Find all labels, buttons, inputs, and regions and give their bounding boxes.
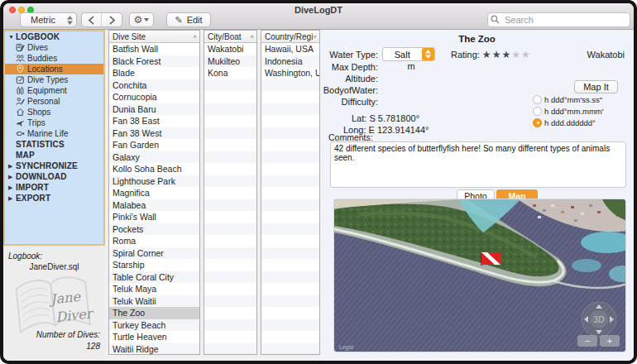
table-row[interactable]: Pockets	[109, 223, 199, 236]
comments-field[interactable]: 42 different species of butterflyfish he…	[330, 141, 626, 188]
table-row[interactable]: Mukilteo	[204, 55, 256, 68]
table-row-empty[interactable]	[261, 151, 319, 164]
radio-icon[interactable]	[533, 95, 542, 104]
edit-button[interactable]: ✎ Edit	[166, 12, 211, 27]
table-row[interactable]: Starship	[109, 259, 199, 271]
search-input[interactable]	[487, 12, 630, 27]
map-it-button[interactable]: Map It	[574, 80, 618, 93]
table-row-empty[interactable]	[261, 307, 319, 319]
table-row[interactable]: Fan Garden	[109, 139, 199, 151]
action-menu-button[interactable]: ⚙	[129, 12, 154, 27]
sidebar-item-download[interactable]: ▶DOWNLOAD	[5, 171, 103, 182]
sidebar-item-statistics[interactable]: STATISTICS	[5, 139, 103, 150]
rating-stars[interactable]: ★★★★★	[482, 49, 531, 60]
table-row-empty[interactable]	[204, 319, 256, 332]
table-row-empty[interactable]	[261, 175, 319, 188]
coord-format-radio-0[interactable]: h ddd°mm'ss.ss"	[533, 93, 604, 105]
table-row[interactable]: Turkey Beach	[109, 319, 199, 332]
sidebar-item-synchronize[interactable]: ▶SYNCHRONIZE	[5, 160, 103, 171]
table-row[interactable]: Black Forest	[109, 55, 199, 68]
star-icon[interactable]: ★	[482, 49, 492, 60]
table-row[interactable]: Kona	[204, 67, 256, 79]
table-row[interactable]: Spiral Corner	[109, 247, 199, 260]
table-row[interactable]: Malabea	[109, 199, 199, 212]
table-row-empty[interactable]	[204, 151, 256, 164]
sidebar-item-personal[interactable]: Personal	[5, 96, 103, 107]
table-row[interactable]: Turtle Heaven	[109, 331, 199, 343]
radio-icon[interactable]	[533, 107, 542, 116]
table-row-empty[interactable]	[204, 103, 256, 116]
table-row-empty[interactable]	[261, 115, 319, 127]
sidebar-item-locations[interactable]: Locations	[5, 64, 103, 74]
disclosure-triangle-icon[interactable]: ▶	[8, 174, 16, 180]
table-row-empty[interactable]	[261, 79, 319, 92]
sidebar-item-export[interactable]: ▶EXPORT	[5, 193, 103, 204]
star-icon[interactable]: ★	[492, 49, 502, 60]
coord-format-radio-1[interactable]: h ddd°mm.mmm'	[533, 105, 604, 117]
table-row[interactable]: Kollo Soha Beach	[109, 163, 199, 175]
table-row-empty[interactable]	[261, 319, 319, 332]
map-legal-link[interactable]: Legal	[339, 344, 354, 351]
table-row[interactable]: Galaxy	[109, 151, 199, 164]
table-row-empty[interactable]	[261, 343, 319, 356]
table-row-empty[interactable]	[204, 343, 256, 356]
sidebar-item-import[interactable]: ▶IMPORT	[5, 182, 103, 193]
table-row-empty[interactable]	[204, 259, 256, 271]
table-row[interactable]: Conchita	[109, 79, 199, 92]
table-row[interactable]: The Zoo	[109, 307, 199, 319]
table-row-empty[interactable]	[204, 139, 256, 151]
table-row-empty[interactable]	[204, 91, 256, 103]
table-row-empty[interactable]	[204, 271, 256, 284]
table-row[interactable]: Fan 38 East	[109, 115, 199, 127]
table-row[interactable]: Table Coral City	[109, 271, 199, 284]
sidebar-item-equipment[interactable]: Equipment	[5, 85, 103, 96]
sidebar-item-trips[interactable]: Trips	[5, 117, 103, 128]
table-row[interactable]: Dunia Baru	[109, 103, 199, 116]
table-row[interactable]: Teluk Waitii	[109, 295, 199, 308]
table-row[interactable]: Magnifica	[109, 187, 199, 199]
table-row[interactable]: Waitii Ridge	[109, 343, 199, 356]
table-row-empty[interactable]	[261, 283, 319, 295]
sidebar-item-logbook[interactable]: ▼LOGBOOK	[5, 31, 103, 42]
table-row-empty[interactable]	[261, 103, 319, 116]
table-row-empty[interactable]	[261, 187, 319, 199]
table-row-empty[interactable]	[261, 91, 319, 103]
table-row-empty[interactable]	[261, 271, 319, 284]
star-icon[interactable]: ★	[521, 49, 531, 60]
column-header-dive-site[interactable]: Dive Site˄	[109, 31, 199, 43]
table-row[interactable]: Fan 38 West	[109, 127, 199, 140]
star-icon[interactable]: ★	[511, 49, 521, 60]
table-row-empty[interactable]	[261, 127, 319, 140]
table-row-empty[interactable]	[261, 199, 319, 212]
table-row-empty[interactable]	[204, 115, 256, 127]
table-row-empty[interactable]	[204, 223, 256, 236]
table-row[interactable]: Washington, USA	[261, 67, 319, 79]
table-row-empty[interactable]	[204, 235, 256, 247]
map-zoom-out-button[interactable]: −	[577, 335, 597, 347]
table-row-empty[interactable]	[204, 199, 256, 212]
table-row-empty[interactable]	[204, 175, 256, 188]
table-row-empty[interactable]	[261, 163, 319, 175]
forward-button[interactable]	[102, 13, 122, 26]
table-row-empty[interactable]	[261, 223, 319, 236]
disclosure-triangle-icon[interactable]: ▶	[8, 195, 16, 202]
table-row-empty[interactable]	[204, 211, 256, 223]
table-row-empty[interactable]	[261, 247, 319, 260]
table-row-empty[interactable]	[261, 139, 319, 151]
disclosure-triangle-icon[interactable]: ▼	[8, 34, 16, 40]
table-row-empty[interactable]	[204, 247, 256, 260]
map-view[interactable]: 3D − + Legal	[333, 199, 626, 352]
table-row-empty[interactable]	[204, 307, 256, 319]
table-row[interactable]: Roma	[109, 235, 199, 247]
map-zoom-in-button[interactable]: +	[600, 335, 620, 347]
map-rotate-control[interactable]: 3D	[582, 302, 616, 337]
table-row[interactable]: Cornucopia	[109, 91, 199, 103]
sidebar-item-map[interactable]: MAP	[5, 150, 103, 160]
dive-flag-icon[interactable]	[481, 252, 500, 266]
unit-popup[interactable]: Metric	[20, 12, 77, 27]
table-row-empty[interactable]	[261, 295, 319, 308]
table-row-empty[interactable]	[204, 79, 256, 92]
sidebar-item-dive-types[interactable]: Dive Types	[5, 74, 103, 85]
disclosure-triangle-icon[interactable]: ▶	[8, 184, 16, 191]
table-row[interactable]: Batfish Wall	[109, 43, 199, 55]
